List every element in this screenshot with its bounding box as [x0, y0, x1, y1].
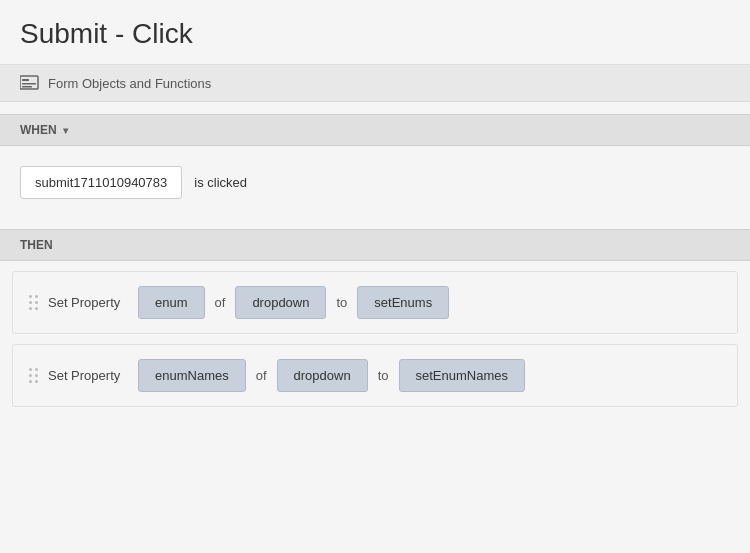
- when-row: submit1711010940783 is clicked: [20, 166, 730, 199]
- then-header: THEN: [0, 229, 750, 261]
- value-chip-1[interactable]: setEnums: [357, 286, 449, 319]
- page-title: Submit - Click: [0, 0, 750, 64]
- when-header[interactable]: WHEN ▾: [0, 114, 750, 146]
- property-chip-1[interactable]: enum: [138, 286, 205, 319]
- target-chip-2[interactable]: dropdown: [277, 359, 368, 392]
- svg-rect-3: [22, 86, 32, 88]
- of-text-2: of: [256, 368, 267, 383]
- drag-handle-2: [29, 368, 38, 383]
- when-label: WHEN: [20, 123, 57, 137]
- when-content: submit1711010940783 is clicked: [0, 146, 750, 219]
- action-label-1: Set Property: [48, 295, 128, 310]
- action-row-2: Set Property enumNames of dropdown to se…: [29, 359, 721, 392]
- action-block-2: Set Property enumNames of dropdown to se…: [12, 344, 738, 407]
- drag-handle-1: [29, 295, 38, 310]
- then-section: THEN Set Property enum of dropdown to se…: [0, 219, 750, 407]
- to-text-2: to: [378, 368, 389, 383]
- to-text-1: to: [336, 295, 347, 310]
- action-label-2: Set Property: [48, 368, 128, 383]
- form-objects-icon: [20, 75, 40, 91]
- svg-rect-1: [22, 79, 29, 81]
- svg-rect-2: [22, 83, 36, 85]
- when-chevron: ▾: [63, 125, 68, 136]
- action-block-1: Set Property enum of dropdown to setEnum…: [12, 271, 738, 334]
- action-row-1: Set Property enum of dropdown to setEnum…: [29, 286, 721, 319]
- trigger-field-chip[interactable]: submit1711010940783: [20, 166, 182, 199]
- of-text-1: of: [215, 295, 226, 310]
- when-section: WHEN ▾ submit1711010940783 is clicked: [0, 114, 750, 219]
- form-objects-label: Form Objects and Functions: [48, 76, 211, 91]
- form-objects-bar[interactable]: Form Objects and Functions: [0, 64, 750, 102]
- target-chip-1[interactable]: dropdown: [235, 286, 326, 319]
- value-chip-2[interactable]: setEnumNames: [399, 359, 525, 392]
- trigger-text: is clicked: [194, 175, 247, 190]
- property-chip-2[interactable]: enumNames: [138, 359, 246, 392]
